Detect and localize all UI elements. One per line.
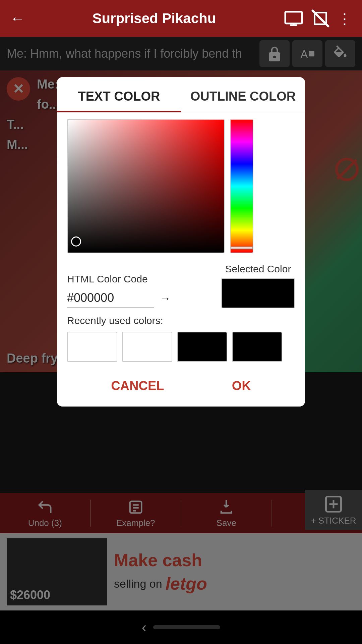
color-code-right-panel: Selected Color <box>221 263 295 308</box>
back-button[interactable]: ← <box>10 10 25 27</box>
recent-color-3[interactable] <box>177 332 227 362</box>
recently-used-section: Recently used colors: <box>57 308 305 365</box>
more-options-button[interactable]: ⋮ <box>337 10 352 27</box>
hue-slider-thumb <box>231 247 253 249</box>
color-gradient-selector[interactable] <box>67 119 225 253</box>
tab-text-color[interactable]: TEXT COLOR <box>57 77 181 112</box>
color-picker-tabs: TEXT COLOR OUTLINE COLOR <box>57 77 305 112</box>
tab-outline-color[interactable]: OUTLINE COLOR <box>181 77 305 112</box>
crop-icon[interactable] <box>310 8 330 29</box>
color-code-left-panel: HTML Color Code → <box>67 273 215 308</box>
color-picker-area <box>57 112 305 260</box>
selected-color-label: Selected Color <box>225 263 291 275</box>
color-picker-handle[interactable] <box>71 236 81 247</box>
color-code-input-row: → <box>67 288 215 308</box>
selected-color-preview <box>221 278 295 308</box>
recent-color-2[interactable] <box>122 332 172 362</box>
modal-actions: CANCEL OK <box>57 365 305 400</box>
top-bar: ← Surprised Pikachu ⋮ <box>0 0 362 37</box>
recent-colors-list <box>67 332 295 362</box>
page-title: Surprised Pikachu <box>32 10 277 26</box>
recently-used-label: Recently used colors: <box>67 315 295 326</box>
gradient-overlay <box>68 120 224 253</box>
recent-color-4[interactable] <box>232 332 282 362</box>
arrow-icon: → <box>160 292 171 305</box>
color-code-section: HTML Color Code → Selected Color <box>57 260 305 308</box>
svg-rect-0 <box>285 12 302 23</box>
screen-icon[interactable] <box>284 8 304 29</box>
hue-slider-container[interactable] <box>230 119 253 253</box>
recent-color-1[interactable] <box>67 332 117 362</box>
color-picker-modal: TEXT COLOR OUTLINE COLOR HTML Color Code… <box>57 77 305 407</box>
hue-slider <box>231 120 253 253</box>
ok-button[interactable]: OK <box>219 375 264 396</box>
html-color-code-label: HTML Color Code <box>67 273 215 285</box>
color-hex-input[interactable] <box>67 288 154 308</box>
cancel-button[interactable]: CANCEL <box>98 375 177 396</box>
color-picker-modal-overlay: TEXT COLOR OUTLINE COLOR HTML Color Code… <box>0 37 362 644</box>
